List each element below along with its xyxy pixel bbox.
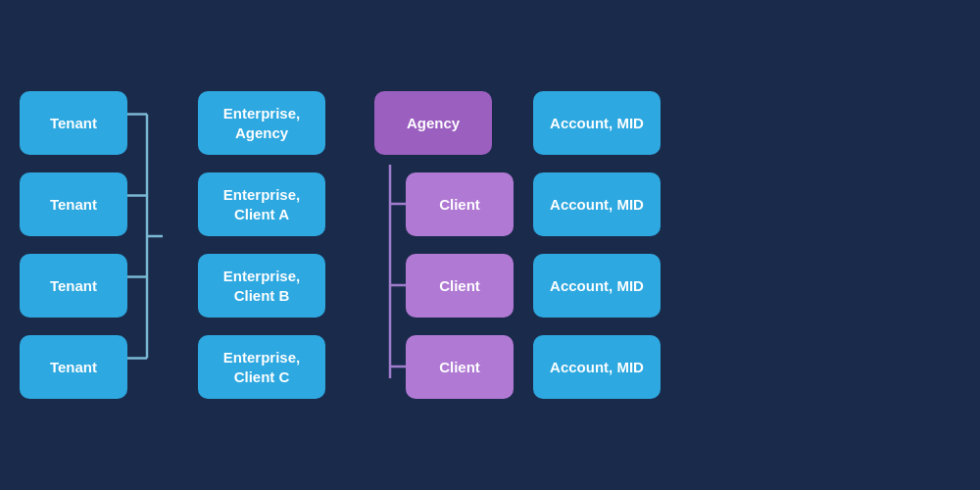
account-box-2: Account, MID (533, 172, 661, 236)
account-box-1: Account, MID (533, 91, 661, 155)
enterprise-box-4: Enterprise, Client C (198, 335, 325, 399)
middle-section: Agency Client Client (374, 91, 514, 399)
client-column: Client Client Client (406, 172, 514, 399)
client-box-3: Client (406, 335, 514, 399)
account-box-4: Account, MID (533, 335, 661, 399)
tenant-box-2: Tenant (20, 172, 127, 236)
bracket-connector (127, 82, 163, 408)
client-bracket-svg (374, 155, 406, 388)
enterprise-column: Enterprise, Agency Enterprise, Client A … (198, 91, 325, 399)
left-section: Tenant Tenant Tenant Tenant (20, 82, 325, 408)
account-box-3: Account, MID (533, 254, 661, 318)
tenant-box-4: Tenant (20, 335, 127, 399)
client-box-1: Client (406, 172, 514, 236)
enterprise-box-1: Enterprise, Agency (198, 91, 325, 155)
tenant-box-1: Tenant (20, 91, 127, 155)
client-box-2: Client (406, 254, 514, 318)
tenant-box-3: Tenant (20, 254, 127, 318)
agency-box: Agency (374, 91, 492, 155)
client-section: Client Client Client (374, 155, 514, 399)
enterprise-box-2: Enterprise, Client A (198, 172, 325, 236)
enterprise-box-3: Enterprise, Client B (198, 254, 325, 318)
tenant-column: Tenant Tenant Tenant Tenant (20, 91, 127, 399)
right-section: Account, MID Account, MID Account, MID A… (533, 91, 661, 399)
diagram: Tenant Tenant Tenant Tenant (20, 82, 960, 408)
